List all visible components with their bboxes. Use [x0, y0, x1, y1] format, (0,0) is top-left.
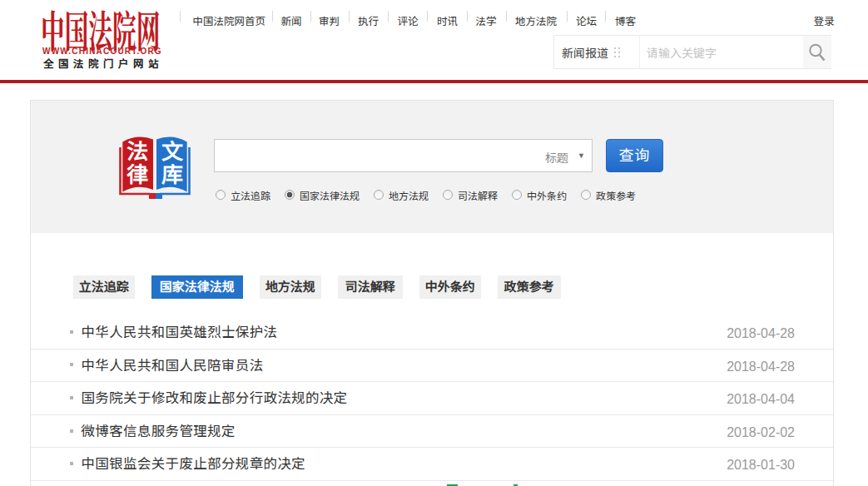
svg-text:库: 库: [161, 157, 183, 188]
svg-text:律: 律: [126, 157, 148, 188]
